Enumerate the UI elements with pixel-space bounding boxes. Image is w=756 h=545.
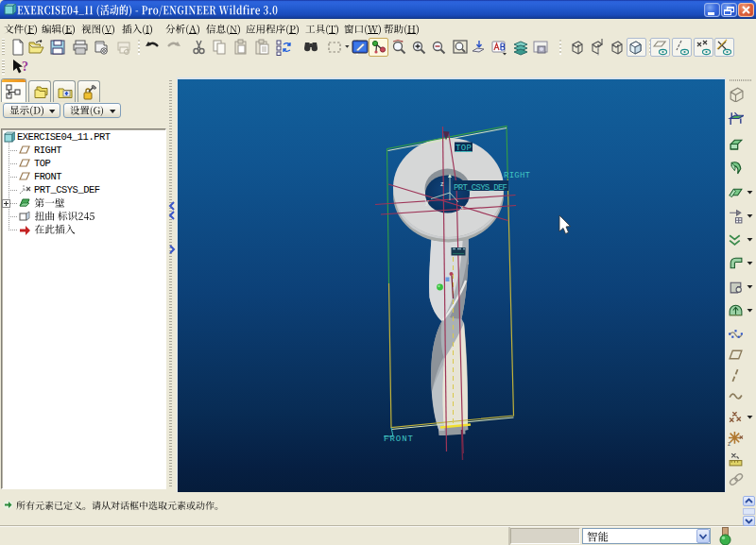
- svg-text:PRT_CSYS_DEF: PRT_CSYS_DEF: [454, 183, 507, 193]
- svg-text:y: y: [425, 198, 429, 206]
- svg-text:z: z: [728, 439, 730, 446]
- svg-text:RIGHT: RIGHT: [504, 171, 531, 180]
- svg-text:FRONT: FRONT: [384, 434, 414, 444]
- svg-text:TOP: TOP: [455, 144, 472, 153]
- svg-text:?: ?: [22, 60, 28, 74]
- svg-text:z: z: [440, 180, 444, 187]
- svg-text:x: x: [460, 204, 464, 211]
